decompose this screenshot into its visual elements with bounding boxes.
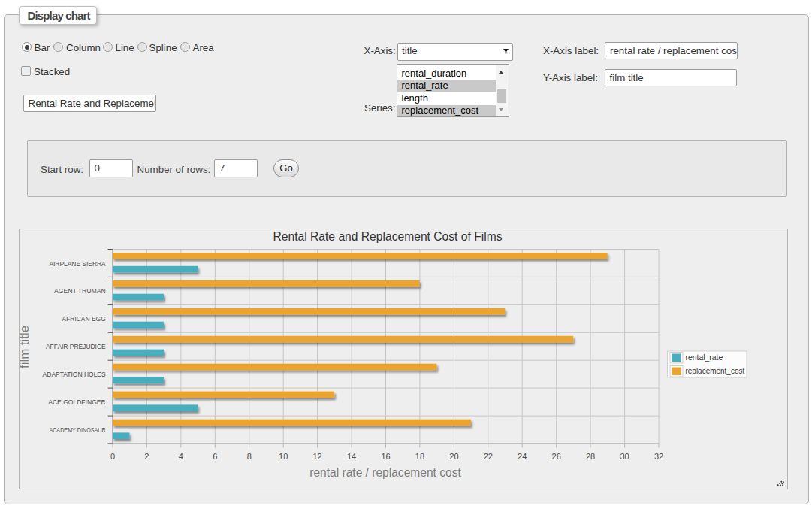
svg-text:10: 10 [279, 452, 288, 461]
svg-text:Rental Rate and Replacement Co: Rental Rate and Replacement Cost of Film… [273, 230, 503, 243]
svg-text:12: 12 [312, 452, 321, 461]
svg-text:24: 24 [518, 452, 527, 461]
svg-text:30: 30 [620, 452, 629, 461]
svg-text:28: 28 [586, 452, 595, 461]
svg-text:ACADEMY DINOSAUR: ACADEMY DINOSAUR [49, 426, 105, 434]
svg-text:ADAPTATION HOLES: ADAPTATION HOLES [43, 370, 106, 378]
svg-text:18: 18 [415, 452, 424, 461]
svg-text:AFFAIR PREJUDICE: AFFAIR PREJUDICE [46, 342, 106, 350]
svg-text:AFRICAN EGG: AFRICAN EGG [62, 314, 106, 323]
svg-text:22: 22 [484, 452, 493, 461]
svg-text:8: 8 [247, 452, 252, 461]
svg-text:rental rate / replacement cost: rental rate / replacement cost [309, 466, 461, 479]
svg-text:0: 0 [110, 452, 115, 461]
svg-text:2: 2 [144, 452, 149, 461]
svg-text:4: 4 [179, 452, 183, 461]
svg-text:14: 14 [347, 452, 356, 461]
svg-text:replacement_cost: replacement_cost [686, 366, 745, 375]
svg-text:film title: film title [18, 326, 31, 368]
svg-text:16: 16 [381, 452, 390, 461]
svg-text:20: 20 [449, 452, 458, 461]
svg-text:AIRPLANE SIERRA: AIRPLANE SIERRA [49, 259, 106, 268]
svg-text:26: 26 [552, 452, 561, 461]
svg-text:rental_rate: rental_rate [686, 353, 723, 362]
svg-text:AGENT TRUMAN: AGENT TRUMAN [54, 286, 106, 295]
svg-text:6: 6 [213, 452, 217, 461]
svg-text:ACE GOLDFINGER: ACE GOLDFINGER [48, 398, 106, 406]
svg-text:32: 32 [654, 452, 663, 461]
